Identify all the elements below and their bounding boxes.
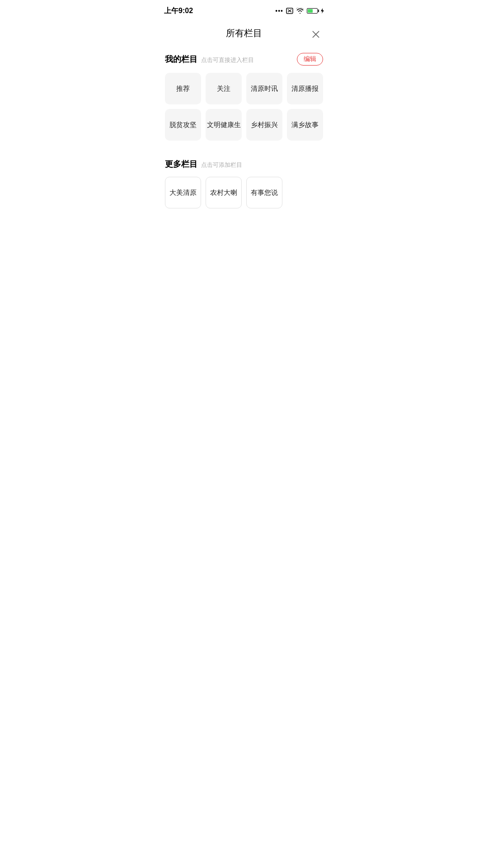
- my-section-hint: 点击可直接进入栏目: [201, 56, 254, 64]
- close-button[interactable]: [309, 27, 323, 42]
- my-item-0[interactable]: 推荐: [165, 73, 201, 104]
- my-section-title: 我的栏目: [165, 54, 197, 65]
- more-section-left: 更多栏目 点击可添加栏目: [165, 159, 242, 170]
- page-header: 所有栏目: [156, 20, 332, 48]
- my-category-grid: 推荐 关注 清原时讯 清原播报 脱贫攻坚 文明健康生 乡村振兴 满乡故事: [156, 73, 332, 150]
- status-icons: •••: [275, 7, 324, 14]
- close-icon: [311, 30, 320, 39]
- close-square-icon: [286, 8, 293, 14]
- more-section-hint: 点击可添加栏目: [201, 161, 242, 169]
- battery-icon: [307, 8, 318, 14]
- my-item-6[interactable]: 乡村振兴: [246, 109, 282, 141]
- page-title: 所有栏目: [226, 27, 262, 39]
- more-icon: •••: [275, 7, 283, 14]
- more-section-header: 更多栏目 点击可添加栏目: [156, 154, 332, 177]
- my-item-7[interactable]: 满乡故事: [287, 109, 323, 141]
- status-time: 上午9:02: [164, 6, 193, 16]
- my-item-5[interactable]: 文明健康生: [206, 109, 242, 141]
- more-section-title: 更多栏目: [165, 159, 197, 170]
- my-section-header: 我的栏目 点击可直接进入栏目 编辑: [156, 48, 332, 73]
- charging-icon: [320, 8, 324, 14]
- my-item-4[interactable]: 脱贫攻坚: [165, 109, 201, 141]
- more-item-1[interactable]: 农村大喇: [206, 177, 242, 208]
- more-item-2[interactable]: 有事您说: [246, 177, 282, 208]
- my-item-1[interactable]: 关注: [206, 73, 242, 104]
- my-section-left: 我的栏目 点击可直接进入栏目: [165, 54, 254, 65]
- my-item-3[interactable]: 清原播报: [287, 73, 323, 104]
- status-bar: 上午9:02 •••: [156, 0, 332, 20]
- my-item-2[interactable]: 清原时讯: [246, 73, 282, 104]
- more-section: 更多栏目 点击可添加栏目 大美清原 农村大喇 有事您说: [156, 150, 332, 217]
- edit-button[interactable]: 编辑: [297, 53, 323, 66]
- battery-indicator: [307, 8, 318, 14]
- more-category-grid: 大美清原 农村大喇 有事您说: [156, 177, 332, 217]
- more-item-0[interactable]: 大美清原: [165, 177, 201, 208]
- wifi-icon: [296, 8, 304, 14]
